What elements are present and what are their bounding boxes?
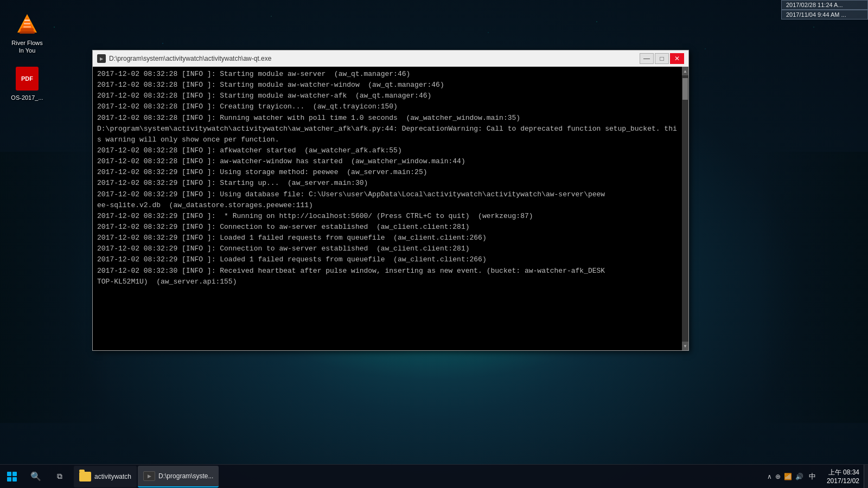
taskbar: 🔍 ⧉ activitywatch ▶ D:\program\syste... …	[0, 464, 868, 488]
taskbar-search-btn[interactable]: 🔍	[24, 465, 48, 489]
console-titlebar: ▶ D:\program\system\activitywatch\activi…	[93, 50, 688, 67]
scrollbar-down-btn[interactable]: ▼	[682, 342, 688, 350]
vlc-icon	[14, 11, 40, 37]
console-title-text: D:\program\system\activitywatch\activity…	[109, 55, 271, 62]
desktop-icons: River FlowsIn You PDF OS-2017_...	[5, 11, 49, 101]
svg-rect-3	[20, 31, 35, 34]
console-restore-btn[interactable]: □	[655, 53, 669, 64]
task-view-btn[interactable]: ⧉	[48, 465, 72, 489]
svg-rect-4	[24, 20, 30, 21]
console-app-icon: ▶	[97, 54, 106, 63]
scrollbar-track[interactable]	[682, 75, 688, 342]
windows-logo-br	[12, 477, 17, 481]
systray-language-icon[interactable]: 中	[807, 472, 818, 481]
systray-network-icon[interactable]: ⊕	[775, 473, 781, 480]
desktop: 2017/02/28 11:24 A... 2017/11/04 9:44 AM…	[0, 0, 868, 488]
systray-wifi-icon[interactable]: 📶	[784, 473, 792, 480]
notification-item-1: 2017/02/28 11:24 A...	[781, 0, 868, 10]
console-window: ▶ D:\program\system\activitywatch\activi…	[92, 50, 689, 351]
systray-datetime[interactable]: 上午 08:34 2017/12/02	[822, 468, 864, 485]
system-tray: ∧ ⊕ 📶 🔊 中	[763, 472, 822, 481]
systray-date: 2017/12/02	[827, 477, 859, 485]
systray-volume-icon[interactable]: 🔊	[795, 473, 803, 480]
windows-logo-bl	[7, 477, 11, 481]
search-icon: 🔍	[30, 471, 41, 481]
terminal-label: D:\program\syste...	[158, 472, 213, 480]
console-output: 2017-12-02 08:32:28 [INFO ]: Starting mo…	[93, 67, 682, 350]
pdf-icon-label: OS-2017_...	[11, 94, 43, 101]
console-close-btn[interactable]: ✕	[670, 53, 684, 64]
start-button[interactable]	[0, 465, 24, 489]
vlc-icon-label: River FlowsIn You	[11, 39, 42, 55]
taskbar-apps: activitywatch ▶ D:\program\syste...	[74, 466, 763, 487]
svg-rect-5	[24, 23, 30, 24]
background-trees-right	[760, 152, 868, 423]
pdf-icon-image: PDF	[16, 67, 39, 91]
scrollbar-up-btn[interactable]: ▲	[682, 67, 688, 75]
task-view-icon: ⧉	[57, 472, 62, 481]
activitywatch-folder-icon	[79, 472, 91, 481]
svg-rect-2	[21, 28, 34, 31]
pdf-icon: PDF	[14, 66, 40, 92]
activitywatch-label: activitywatch	[94, 473, 131, 480]
windows-logo-tl	[7, 472, 11, 476]
notification-area: 2017/02/28 11:24 A... 2017/11/04 9:44 AM…	[781, 0, 868, 20]
systray-time: 上午 08:34	[828, 468, 859, 477]
taskbar-app-terminal[interactable]: ▶ D:\program\syste...	[138, 466, 219, 487]
console-minimize-btn[interactable]: —	[640, 53, 654, 64]
svg-rect-6	[23, 26, 31, 28]
desktop-icon-vlc[interactable]: River FlowsIn You	[5, 11, 49, 55]
console-controls: — □ ✕	[640, 53, 684, 64]
console-body: 2017-12-02 08:32:28 [INFO ]: Starting mo…	[93, 67, 688, 350]
show-desktop-btn[interactable]	[864, 465, 868, 489]
systray-chevron-icon[interactable]: ∧	[767, 473, 772, 480]
console-scrollbar[interactable]: ▲ ▼	[682, 67, 688, 350]
desktop-icon-pdf[interactable]: PDF OS-2017_...	[5, 66, 49, 101]
terminal-icon: ▶	[143, 471, 155, 481]
windows-logo	[7, 472, 17, 481]
windows-logo-tr	[12, 472, 17, 476]
scrollbar-thumb[interactable]	[682, 78, 688, 100]
taskbar-app-activitywatch[interactable]: activitywatch	[74, 466, 137, 487]
console-title-section: ▶ D:\program\system\activitywatch\activi…	[97, 54, 271, 63]
notification-item-2: 2017/11/04 9:44 AM ...	[781, 10, 868, 20]
